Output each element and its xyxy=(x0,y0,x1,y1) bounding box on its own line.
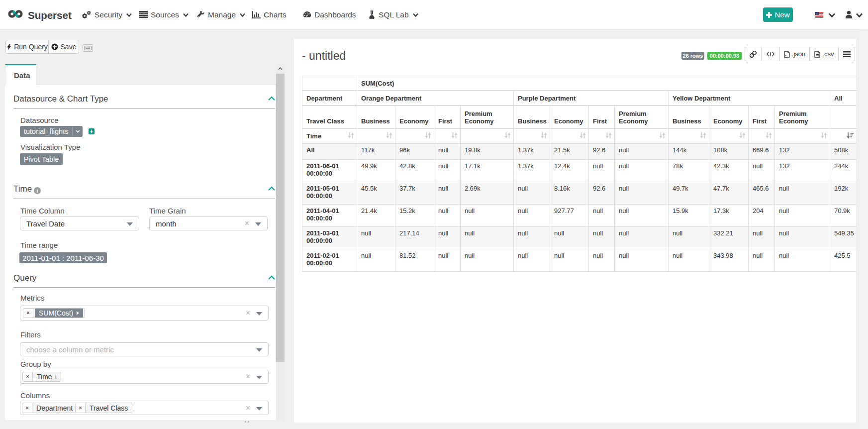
svg-text:▾: ▾ xyxy=(785,53,786,56)
